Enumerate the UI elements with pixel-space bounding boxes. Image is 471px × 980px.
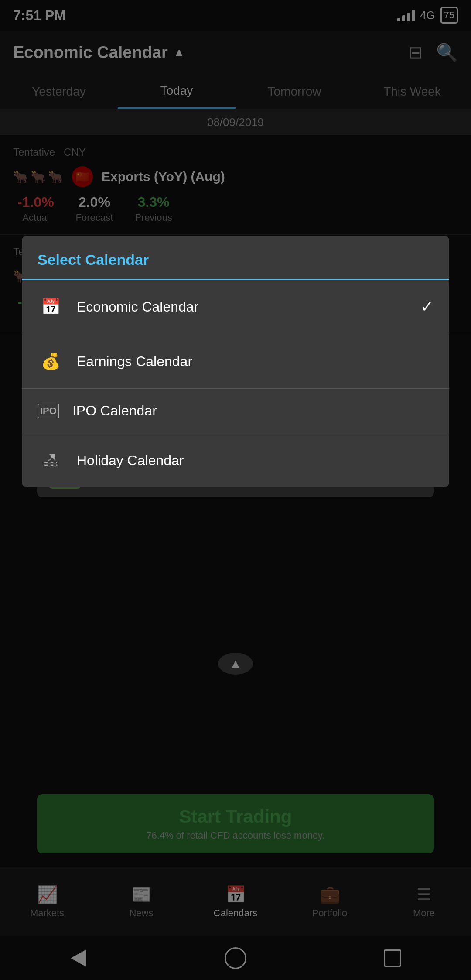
holiday-calendar-icon: 🏖 (38, 447, 64, 473)
check-icon-economic: ✓ (420, 298, 433, 316)
select-calendar-modal: Select Calendar 📅 Economic Calendar ✓ 💰 … (22, 236, 449, 487)
earnings-calendar-icon: 💰 (38, 348, 64, 374)
modal-item-economic[interactable]: 📅 Economic Calendar ✓ (22, 280, 449, 334)
modal-title: Select Calendar (22, 236, 449, 280)
modal-item-ipo[interactable]: IPO IPO Calendar (22, 389, 449, 433)
modal-item-label-holiday: Holiday Calendar (77, 452, 433, 469)
ipo-calendar-icon: IPO (38, 404, 59, 418)
modal-item-earnings[interactable]: 💰 Earnings Calendar (22, 334, 449, 389)
modal-overlay[interactable] (0, 0, 471, 980)
economic-calendar-icon: 📅 (38, 294, 64, 320)
modal-item-holiday[interactable]: 🏖 Holiday Calendar (22, 433, 449, 487)
modal-item-label-economic: Economic Calendar (77, 299, 407, 315)
modal-item-label-ipo: IPO Calendar (72, 403, 433, 419)
modal-item-label-earnings: Earnings Calendar (77, 353, 433, 370)
